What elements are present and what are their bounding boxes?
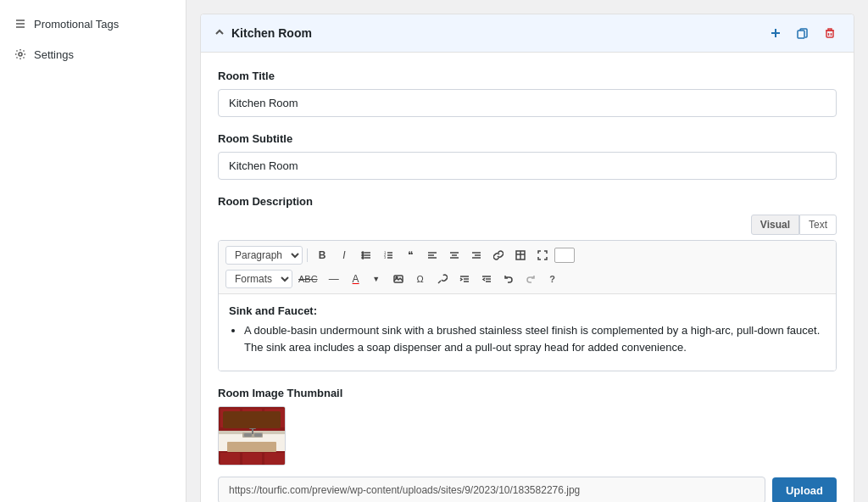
panel-body: Room Title Room Subtitle Room Descriptio… [201, 53, 854, 502]
svg-text:3: 3 [384, 255, 387, 259]
room-image-field: Room Image Thumbnail ✕ [218, 387, 837, 502]
svg-rect-60 [249, 427, 256, 429]
toolbar-separator [307, 248, 308, 262]
hr-button[interactable]: — [324, 269, 344, 289]
delete-room-button[interactable] [820, 23, 840, 43]
unordered-list-button[interactable] [356, 245, 376, 265]
room-description-label: Room Description [218, 195, 837, 208]
duplicate-room-button[interactable] [793, 23, 813, 43]
svg-rect-46 [264, 409, 285, 427]
upload-url-input[interactable] [218, 477, 765, 502]
toolbar-row-1: Paragraph B I [225, 245, 829, 265]
align-right-button[interactable] [466, 245, 487, 265]
svg-rect-55 [264, 453, 285, 465]
room-title-input[interactable] [218, 89, 837, 117]
svg-rect-43 [219, 407, 285, 431]
thumbnail-image [219, 407, 285, 465]
svg-rect-6 [798, 31, 804, 38]
table-button[interactable] [510, 245, 531, 265]
paragraph-select[interactable]: Paragraph [225, 246, 303, 265]
svg-line-36 [438, 281, 441, 283]
svg-rect-54 [242, 453, 262, 465]
panel-title-text: Kitchen Room [231, 26, 312, 40]
svg-point-3 [19, 53, 22, 56]
svg-rect-49 [273, 417, 280, 419]
undo-button[interactable] [498, 269, 519, 289]
gear-icon [14, 47, 27, 61]
sidebar-item-label: Settings [34, 48, 74, 61]
special-char-button[interactable]: Ω [410, 269, 431, 289]
sidebar-item-promotional-tags[interactable]: Promotional Tags [0, 8, 186, 39]
editor-text-tab[interactable]: Text [799, 215, 837, 235]
svg-rect-53 [220, 453, 240, 465]
editor-visual-tab[interactable]: Visual [751, 215, 799, 235]
blockquote-button[interactable]: ❝ [400, 245, 420, 265]
room-title-field: Room Title [218, 70, 837, 117]
redo-button[interactable] [520, 269, 541, 289]
ordered-list-button[interactable]: 1 2 3 [378, 245, 398, 265]
unlink-button[interactable] [432, 269, 453, 289]
svg-rect-58 [254, 433, 262, 437]
kitchen-room-panel: Kitchen Room [200, 14, 854, 502]
fullscreen-button[interactable] [532, 245, 553, 265]
room-subtitle-input[interactable] [218, 152, 837, 180]
svg-rect-45 [242, 409, 262, 427]
svg-rect-7 [826, 31, 833, 37]
panel-actions [765, 23, 840, 43]
chevron-up-icon [214, 26, 225, 40]
align-center-button[interactable] [444, 245, 465, 265]
align-left-button[interactable] [422, 245, 442, 265]
toolbar-row-2: Formats ABC — A ▼ [225, 269, 829, 289]
indent-button[interactable] [454, 269, 475, 289]
svg-rect-48 [251, 417, 258, 419]
link-button[interactable] [488, 245, 509, 265]
editor-toggle-group: Visual Text [218, 215, 837, 235]
add-room-button[interactable] [765, 23, 786, 43]
svg-rect-47 [229, 417, 236, 419]
upload-row: Upload [218, 477, 837, 502]
outdent-button[interactable] [476, 269, 497, 289]
text-color-dropdown[interactable]: ▼ [366, 269, 387, 289]
svg-point-15 [362, 257, 364, 259]
list-icon [14, 17, 27, 31]
sidebar-item-settings[interactable]: Settings [0, 39, 186, 70]
panel-title-area: Kitchen Room [214, 26, 312, 40]
media-button[interactable] [388, 269, 409, 289]
color-swatch-button[interactable] [554, 248, 575, 263]
room-subtitle-field: Room Subtitle [218, 132, 837, 180]
panel-header: Kitchen Room [201, 14, 854, 53]
strikethrough-button[interactable]: ABC [294, 269, 322, 289]
text-color-group: A ▼ [346, 269, 387, 289]
text-color-button[interactable]: A [346, 269, 366, 289]
room-description-field: Room Description Visual Text Paragraph [218, 195, 837, 371]
editor-wrapper: Paragraph B I [218, 240, 837, 371]
formats-select[interactable]: Formats [225, 270, 292, 288]
room-title-label: Room Title [218, 70, 837, 82]
svg-rect-59 [252, 429, 253, 434]
editor-list-item: A double-basin undermount sink with a br… [244, 322, 826, 355]
room-subtitle-label: Room Subtitle [218, 132, 837, 145]
sidebar-item-label: Promotional Tags [34, 18, 119, 31]
main-content: Kitchen Room [186, 0, 868, 502]
italic-button[interactable]: I [334, 245, 354, 265]
kitchen-svg [219, 407, 285, 465]
editor-toolbar: Paragraph B I [219, 241, 836, 294]
editor-scrollable: Sink and Faucet: A double-basin undermou… [219, 294, 836, 371]
help-button[interactable]: ? [542, 269, 563, 289]
thumbnail-container: ✕ [218, 406, 286, 466]
upload-button[interactable]: Upload [772, 477, 837, 503]
editor-content[interactable]: Sink and Faucet: A double-basin undermou… [219, 294, 836, 371]
sidebar: Promotional Tags Settings [0, 0, 186, 502]
svg-rect-44 [220, 409, 240, 427]
editor-list: A double-basin undermount sink with a br… [244, 322, 826, 355]
room-image-label: Room Image Thumbnail [218, 387, 837, 399]
svg-point-13 [362, 254, 364, 256]
svg-point-11 [362, 252, 364, 254]
editor-heading: Sink and Faucet: [229, 304, 826, 317]
bold-button[interactable]: B [312, 245, 332, 265]
svg-rect-57 [244, 433, 252, 437]
